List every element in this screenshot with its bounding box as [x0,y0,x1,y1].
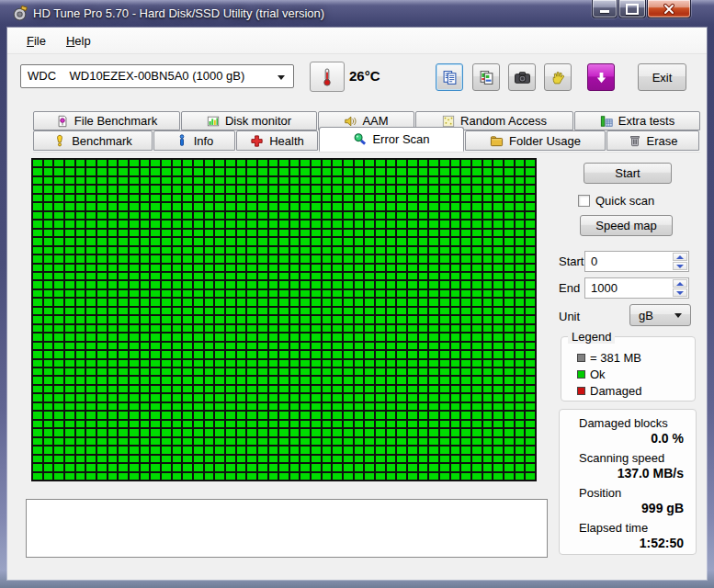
scan-block [408,456,417,462]
scan-block [526,421,535,427]
scan-block [183,464,192,470]
start-field-spinner[interactable] [673,253,687,270]
scan-block [365,360,374,367]
scan-block [237,273,246,279]
copy-text-button[interactable] [436,63,463,91]
scan-block [419,255,428,262]
scan-block [516,281,525,288]
spin-up-button[interactable] [673,253,687,261]
scan-block [119,421,128,427]
scan-block [173,273,182,279]
speed-map-button[interactable]: Speed map [580,215,673,236]
menu-help[interactable]: Help [56,30,101,51]
scan-block [237,247,246,254]
scan-block [323,308,332,314]
scan-block [33,212,42,219]
unit-selector[interactable]: gB [629,304,691,326]
spin-up-button[interactable] [673,279,687,288]
scan-block [429,386,438,392]
maximize-button[interactable] [618,0,646,18]
scan-block [183,351,192,357]
scan-block [387,160,396,166]
scan-block [483,438,493,445]
scan-block [376,299,385,305]
temperature-button[interactable] [310,62,345,92]
scan-block [205,464,214,470]
scan-block [54,334,63,340]
tab-folder-usage[interactable]: Folder Usage [465,130,606,151]
start-field[interactable]: 0 [584,251,689,272]
scan-block [86,412,96,418]
scan-block [376,394,385,401]
copy-image-button[interactable] [472,63,500,91]
quick-scan-checkbox[interactable] [578,195,590,207]
scan-block [54,360,63,367]
scan-block [54,299,63,305]
exit-button[interactable]: Exit [638,63,686,91]
scan-block [516,230,525,236]
scan-block [108,343,118,349]
scan-block [429,438,438,445]
scan-block [461,265,470,271]
scan-block [151,230,160,236]
scan-block [194,273,203,279]
end-field[interactable]: 1000 [584,277,689,299]
scan-block [312,281,321,288]
scan-block [279,351,289,357]
screenshot-button[interactable] [508,63,536,91]
tab-info[interactable]: Info [153,130,235,151]
title-bar[interactable]: HD Tune Pro 5.70 - Hard Disk/SSD Utility… [0,0,714,28]
tab-disk-monitor[interactable]: Disk monitor [181,111,317,130]
scan-block [387,308,396,314]
scan-block [504,316,514,322]
scan-block [162,281,171,288]
scan-block [279,220,289,227]
scan-block [226,195,235,201]
scan-block [344,394,353,401]
scan-block [429,473,438,480]
hand-button[interactable] [544,63,572,91]
scan-block [333,220,342,227]
scan-block [408,316,417,322]
tab-erase[interactable]: Erase [606,130,699,151]
scan-block [130,160,139,166]
scan-block [355,299,364,305]
scan-block [215,351,224,357]
scan-block [215,386,224,392]
scan-block [279,438,289,445]
scan-block [215,368,224,375]
scan-block [440,429,449,435]
spin-down-button[interactable] [673,288,687,297]
tab-extra-tests[interactable]: Extra tests [574,111,700,130]
scan-block [237,160,246,166]
end-field-spinner[interactable] [673,279,687,297]
scan-block [461,421,470,427]
scan-block [397,351,406,357]
scan-block [97,325,107,332]
scan-block [365,464,374,470]
menu-file[interactable]: File [17,30,56,51]
scan-block [493,255,503,262]
scan-block [54,438,63,445]
scan-block [419,177,428,184]
device-selector[interactable]: WDC WD10EZEX-00BN5A0 (1000 gB) [20,64,294,88]
scan-block [205,316,214,322]
scan-block [151,403,160,410]
tab-health[interactable]: Health [236,130,318,151]
minimize-button[interactable] [592,0,618,18]
close-button[interactable] [647,0,691,18]
start-scan-button[interactable]: Start [584,163,672,184]
download-button[interactable] [587,63,615,91]
scan-block [119,403,128,410]
scan-block [247,412,256,418]
scan-block [355,325,364,332]
scan-block [194,377,203,383]
spin-down-button[interactable] [673,262,687,270]
scan-block [333,360,342,367]
scan-block [162,368,171,375]
tab-error-scan[interactable]: Error Scan [319,127,464,152]
scan-block [397,464,406,470]
tab-file-benchmark[interactable]: File Benchmark [33,111,180,130]
tab-benchmark[interactable]: Benchmark [33,130,153,151]
scan-block [365,168,374,175]
